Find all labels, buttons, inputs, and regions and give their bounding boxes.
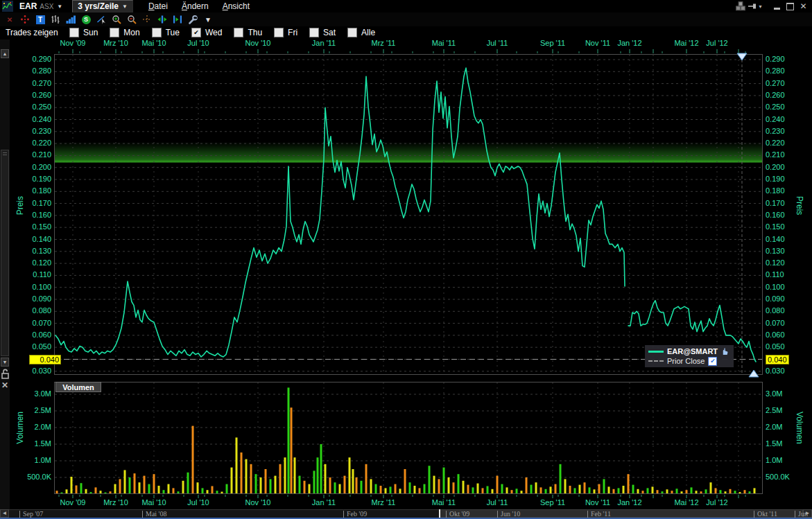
price-tick-label-right: 0.130 (766, 247, 796, 256)
price-tick-label-left: 0.170 (24, 199, 51, 208)
month-label-bottom: Jul '10 (180, 498, 216, 507)
scrollbar-thumb[interactable] (1, 150, 9, 356)
price-tick-label-right: 0.050 (766, 342, 796, 351)
price-tick-label-left: 0.200 (24, 163, 51, 172)
volume-tick-label-left: 2.5M (18, 406, 51, 415)
price-tick-label-right: 0.210 (766, 150, 796, 159)
month-label-bottom: Nov '10 (240, 498, 276, 507)
volume-tick-label-left: 500.0K (18, 473, 51, 482)
price-tick-label-right: 0.140 (766, 235, 796, 244)
price-tick-label-right: 0.160 (766, 211, 796, 220)
chart-canvas (0, 0, 812, 519)
prior-close-line-swatch (648, 360, 664, 362)
volume-tick-label-right: 2.0M (766, 423, 799, 432)
prior-close-checkbox[interactable]: ✔ (708, 357, 717, 366)
price-tick-label-left: 0.130 (24, 247, 51, 256)
month-label-top: Nov '11 (580, 39, 616, 47)
price-tick-label-left: 0.040 (29, 355, 61, 364)
volume-tick-label-right: 3.0M (766, 389, 799, 398)
price-tick-label-left: 0.090 (24, 294, 51, 304)
month-label-top: Sep '11 (535, 39, 571, 47)
price-tick-label-left: 0.210 (24, 150, 51, 159)
price-tick-label-right: 0.070 (766, 319, 796, 328)
price-tick-label-left: 0.100 (24, 283, 51, 292)
timeline-period-label: Feb '11 (587, 511, 611, 518)
lock-icon[interactable] (1, 368, 10, 380)
volume-tick-label-right: 2.5M (766, 406, 799, 415)
month-label-top: Mrz '11 (365, 39, 401, 47)
volume-tick-label-left: 1.5M (18, 439, 51, 448)
price-tick-label-left: 0.030 (24, 367, 51, 376)
price-tick-label-left: 0.160 (24, 211, 51, 220)
price-tick-label-right: 0.190 (766, 175, 796, 184)
month-label-bottom: Mrz '11 (365, 498, 401, 507)
month-label-bottom: Jan '11 (306, 498, 342, 507)
price-tick-label-left: 0.070 (24, 319, 51, 328)
prior-close-legend-label: Prior Close (667, 357, 705, 365)
month-label-top: Jan '11 (306, 39, 342, 47)
scroll-down-button[interactable]: ▼ (1, 358, 9, 367)
month-label-top: Nov '10 (240, 39, 276, 47)
price-tick-label-left: 0.240 (24, 115, 51, 124)
price-tick-label-right: 0.040 (766, 355, 789, 364)
price-tick-label-left: 0.050 (24, 342, 51, 351)
price-tick-label-left: 0.140 (24, 235, 51, 244)
price-tick-label-right: 0.200 (766, 163, 796, 172)
price-tick-label-left: 0.120 (24, 258, 51, 267)
volume-tick-label-right: 1.0M (766, 456, 799, 465)
price-axis-title-right: Preis (795, 196, 804, 215)
month-label-bottom: Nov '11 (580, 498, 616, 507)
price-tick-label-left: 0.080 (24, 306, 51, 315)
price-tick-label-left: 0.230 (24, 127, 51, 136)
price-tick-label-right: 0.280 (766, 67, 796, 76)
price-tick-label-left: 0.060 (24, 331, 51, 340)
price-tick-label-left: 0.190 (24, 175, 51, 184)
month-label-bottom: Jul '11 (479, 498, 515, 507)
series-legend-label: EAR@SMART (667, 347, 718, 355)
price-tick-label-left: 0.260 (24, 91, 51, 100)
price-tick-label-right: 0.290 (766, 55, 796, 64)
timeline-thumb[interactable] (439, 509, 803, 518)
volume-tick-label-right: 500.0K (766, 473, 799, 482)
drag-hand-icon[interactable] (721, 347, 729, 355)
month-label-top: Jul '11 (479, 39, 515, 47)
price-tick-label-right: 0.170 (766, 199, 796, 208)
price-tick-label-right: 0.150 (766, 222, 796, 231)
month-label-top: Mai '10 (136, 39, 172, 47)
price-tick-label-right: 0.260 (766, 91, 796, 100)
month-label-top: Nov '09 (55, 39, 91, 47)
price-tick-label-left: 0.270 (24, 79, 51, 88)
month-label-top: Jan '12 (612, 39, 648, 47)
price-tick-label-right: 0.100 (766, 283, 796, 292)
timeline-left-arrow[interactable]: ◄ (0, 509, 9, 518)
month-label-top: Mrz '10 (98, 39, 134, 47)
volume-tick-label-right: 1.5M (766, 439, 799, 448)
price-tick-label-left: 0.220 (24, 139, 51, 148)
scroll-up-button[interactable]: ▲ (1, 49, 9, 58)
volume-panel-title[interactable]: Volumen (55, 382, 101, 392)
price-tick-label-right: 0.220 (766, 139, 796, 148)
price-tick-label-left: 0.110 (24, 270, 51, 279)
month-label-top: Jul '10 (180, 39, 216, 47)
close-pane-icon[interactable]: ✕ (1, 380, 8, 390)
volume-tick-label-left: 2.0M (18, 423, 51, 432)
chart-legend[interactable]: EAR@SMART Prior Close ✔ (645, 345, 734, 367)
price-tick-label-right: 0.180 (766, 186, 796, 195)
price-tick-label-left: 0.250 (24, 103, 51, 112)
timeline-period-label: Mai '08 (142, 511, 166, 518)
month-label-bottom: Jul '12 (699, 498, 735, 507)
volume-tick-label-left: 3.0M (18, 389, 51, 398)
timeline-range-marker (439, 509, 440, 518)
price-tick-label-left: 0.150 (24, 222, 51, 231)
price-tick-label-right: 0.060 (766, 331, 796, 340)
month-label-bottom: Sep '11 (535, 498, 571, 507)
price-tick-label-right: 0.090 (766, 294, 796, 304)
month-label-bottom: Nov '09 (55, 498, 91, 507)
chart-application-window: EAR ASX ▼ 3 yrs/Zeile ▼ DateiÄndernAnsic… (0, 0, 812, 519)
volume-tick-label-left: 1.0M (18, 456, 51, 465)
price-tick-label-right: 0.250 (766, 103, 796, 112)
month-label-bottom: Mrz '10 (98, 498, 134, 507)
month-label-bottom: Jan '12 (612, 498, 648, 507)
price-tick-label-left: 0.180 (24, 186, 51, 195)
price-tick-label-right: 0.230 (766, 127, 796, 136)
